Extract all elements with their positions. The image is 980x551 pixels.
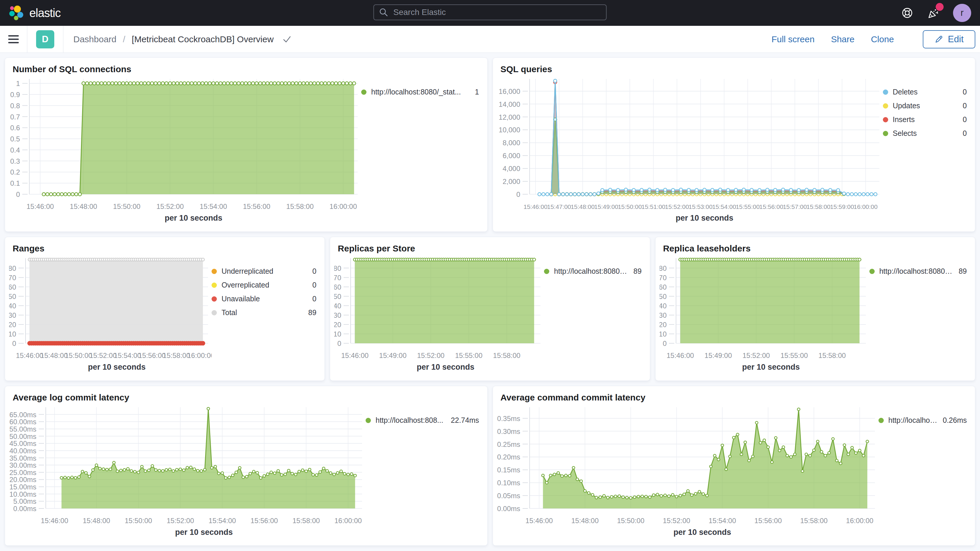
legend-label: http://localhost:8080/_stat... bbox=[371, 88, 461, 96]
svg-text:15:48:00: 15:48:00 bbox=[570, 203, 595, 210]
page-title[interactable]: [Metricbeat CockroachDB] Overview bbox=[132, 34, 274, 44]
svg-text:40: 40 bbox=[334, 302, 341, 310]
svg-text:15:54:00: 15:54:00 bbox=[709, 517, 736, 525]
dashboard-badge[interactable]: D bbox=[36, 30, 54, 48]
series-color-dot bbox=[883, 131, 888, 136]
svg-text:0: 0 bbox=[662, 339, 667, 347]
legend-item[interactable]: http://localhost:8080/_stat...1 bbox=[361, 88, 479, 96]
svg-text:70: 70 bbox=[660, 274, 667, 282]
legend-item[interactable]: http://localhost:8080...0.26ms bbox=[878, 416, 967, 425]
global-search-box[interactable] bbox=[374, 5, 607, 20]
svg-text:15:50:00: 15:50:00 bbox=[113, 202, 140, 210]
svg-text:15:50:00: 15:50:00 bbox=[617, 517, 644, 525]
svg-text:30: 30 bbox=[9, 311, 16, 319]
svg-text:60.00ms: 60.00ms bbox=[10, 418, 37, 426]
svg-text:15:54:00: 15:54:00 bbox=[712, 203, 736, 210]
elastic-home-link[interactable]: elastic bbox=[9, 5, 60, 21]
legend-item[interactable]: Inserts0 bbox=[883, 115, 967, 124]
svg-text:15:48:00: 15:48:00 bbox=[70, 202, 97, 210]
menu-hamburger-icon[interactable] bbox=[0, 26, 27, 53]
chart-legend: http://localhost:8080/_stat...1 bbox=[361, 88, 481, 96]
svg-text:per 10 seconds: per 10 seconds bbox=[165, 213, 223, 222]
sql-queries-chart[interactable]: 02,0004,0006,0008,00010,00012,00014,0001… bbox=[497, 75, 883, 223]
svg-text:15:58:00: 15:58:00 bbox=[293, 517, 320, 525]
newsfeed-icon[interactable] bbox=[927, 6, 940, 19]
svg-text:0: 0 bbox=[516, 190, 520, 198]
command-commit-latency-chart[interactable]: 0.00ms0.05ms0.10ms0.15ms0.20ms0.25ms0.30… bbox=[497, 404, 878, 537]
svg-text:25.00ms: 25.00ms bbox=[10, 468, 37, 476]
replicas-per-store-chart[interactable]: 0102030405060708015:46:0015:49:0015:52:0… bbox=[334, 255, 544, 372]
svg-text:20.00ms: 20.00ms bbox=[10, 476, 37, 484]
svg-text:15:48:00: 15:48:00 bbox=[571, 517, 598, 525]
legend-item[interactable]: Total89 bbox=[212, 308, 316, 317]
notification-dot bbox=[936, 3, 943, 11]
legend-value: 0.26ms bbox=[937, 416, 967, 425]
panel-average-log-commit-latency: Average log commit latency 0.00ms5.00ms1… bbox=[5, 386, 488, 546]
legend-item[interactable]: Unavailable0 bbox=[212, 295, 316, 303]
legend-item[interactable]: Underreplicated0 bbox=[212, 267, 316, 276]
svg-text:15:56:00: 15:56:00 bbox=[759, 203, 783, 210]
panel-title: Number of SQL connections bbox=[5, 58, 487, 74]
clone-button[interactable]: Clone bbox=[871, 34, 894, 44]
ranges-chart[interactable]: 0102030405060708015:46:0015:48:0015:50:0… bbox=[9, 255, 212, 372]
search-input[interactable] bbox=[393, 7, 601, 17]
legend-item[interactable]: Deletes0 bbox=[883, 88, 967, 96]
svg-text:16:00:00: 16:00:00 bbox=[187, 352, 212, 360]
svg-text:15:46:00: 15:46:00 bbox=[41, 517, 68, 525]
panel-average-command-commit-latency: Average command commit latency 0.00ms0.0… bbox=[493, 386, 975, 546]
breadcrumb-dashboard-link[interactable]: Dashboard bbox=[73, 34, 116, 44]
edit-button[interactable]: Edit bbox=[923, 30, 975, 48]
user-avatar[interactable]: r bbox=[953, 4, 971, 22]
panel-title: Ranges bbox=[5, 237, 325, 253]
global-header: elastic bbox=[0, 0, 980, 26]
svg-text:0.20ms: 0.20ms bbox=[497, 453, 520, 461]
legend-item[interactable]: Overreplicated0 bbox=[212, 281, 316, 289]
log-commit-latency-chart[interactable]: 0.00ms5.00ms10.00ms15.00ms20.00ms25.00ms… bbox=[9, 404, 366, 537]
legend-value: 0 bbox=[958, 102, 967, 110]
svg-text:5.00ms: 5.00ms bbox=[13, 497, 37, 505]
legend-item[interactable]: Updates0 bbox=[883, 102, 967, 110]
panel-title: Average log commit latency bbox=[5, 386, 487, 403]
svg-text:15:47:00: 15:47:00 bbox=[547, 203, 571, 210]
svg-text:15:46:00: 15:46:00 bbox=[16, 352, 43, 360]
svg-text:15:52:00: 15:52:00 bbox=[417, 352, 444, 360]
sql-connections-chart[interactable]: 00.10.20.30.40.50.60.70.80.9115:46:0015:… bbox=[9, 75, 361, 223]
svg-text:16:00:00: 16:00:00 bbox=[329, 202, 357, 210]
legend-item[interactable]: http://localhost:8080/_sta...89 bbox=[869, 267, 967, 276]
series-color-dot bbox=[883, 117, 888, 123]
series-color-dot bbox=[212, 296, 217, 302]
svg-text:80: 80 bbox=[660, 264, 667, 272]
svg-text:15:53:00: 15:53:00 bbox=[688, 203, 713, 210]
legend-item[interactable]: Selects0 bbox=[883, 129, 967, 138]
legend-value: 0 bbox=[307, 281, 316, 289]
legend-label: http://localhost:8080/_sta... bbox=[879, 267, 954, 276]
legend-label: http://localhost:8080/_sta... bbox=[554, 267, 628, 276]
share-button[interactable]: Share bbox=[831, 34, 854, 44]
svg-text:20: 20 bbox=[334, 321, 341, 329]
legend-value: 0 bbox=[958, 88, 967, 96]
svg-text:15:57:00: 15:57:00 bbox=[783, 203, 807, 210]
svg-text:0.30ms: 0.30ms bbox=[497, 427, 520, 435]
svg-text:16,000: 16,000 bbox=[498, 88, 520, 96]
legend-item[interactable]: http://localhost:8080/_sta...89 bbox=[544, 267, 641, 276]
svg-text:0.00ms: 0.00ms bbox=[497, 505, 520, 513]
legend-value: 0 bbox=[307, 267, 316, 276]
svg-text:15:54:00: 15:54:00 bbox=[114, 352, 141, 360]
series-color-dot bbox=[883, 89, 888, 95]
svg-text:15:56:00: 15:56:00 bbox=[243, 202, 270, 210]
svg-text:15:54:00: 15:54:00 bbox=[199, 202, 227, 210]
replica-leaseholders-chart[interactable]: 0102030405060708015:46:0015:49:0015:52:0… bbox=[660, 255, 869, 372]
svg-text:0.05ms: 0.05ms bbox=[497, 492, 520, 500]
svg-text:70: 70 bbox=[9, 274, 16, 282]
legend-item[interactable]: http://localhost:808...22.74ms bbox=[366, 416, 479, 425]
help-icon[interactable] bbox=[901, 7, 913, 19]
legend-label: http://localhost:808... bbox=[375, 416, 443, 425]
svg-text:0.25ms: 0.25ms bbox=[497, 440, 520, 448]
svg-text:15:58:00: 15:58:00 bbox=[286, 202, 313, 210]
pencil-icon bbox=[934, 35, 943, 44]
chart-legend: http://localhost:8080/_sta...89 bbox=[869, 267, 969, 276]
svg-text:50: 50 bbox=[334, 293, 341, 301]
full-screen-button[interactable]: Full screen bbox=[772, 34, 815, 44]
dashboard-grid: Number of SQL connections 00.10.20.30.40… bbox=[0, 53, 980, 551]
svg-text:0: 0 bbox=[16, 190, 20, 198]
